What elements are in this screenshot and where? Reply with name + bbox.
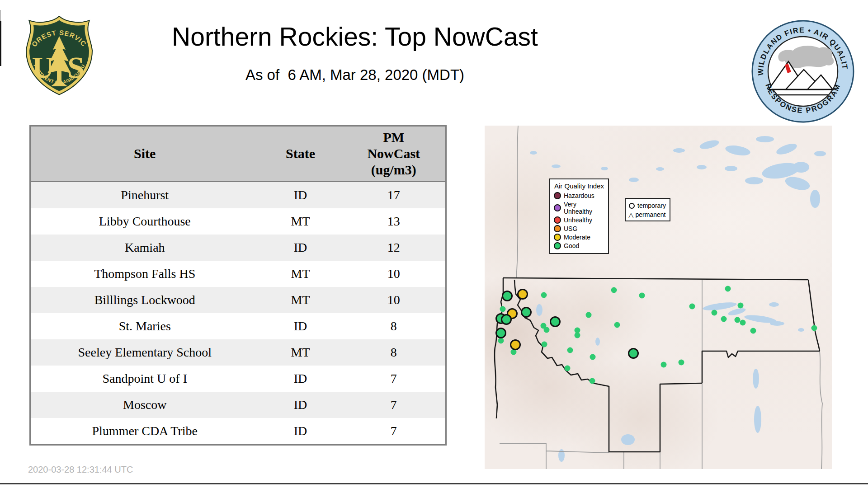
col-header-site: Site: [30, 126, 259, 182]
table-row: Libby CourthouseMT13: [30, 208, 446, 235]
cell-site: Libby Courthouse: [30, 208, 259, 235]
cell-site: Plummer CDA Tribe: [30, 418, 259, 445]
monitor-temporary: [689, 304, 695, 310]
monitor-permanent: [521, 307, 532, 318]
cell-value: 12: [342, 235, 446, 261]
table-row: Billlings LockwoodMT10: [30, 287, 446, 313]
aqi-color-swatch: [554, 216, 561, 224]
wfaqrp-logo: WILDLAND FIRE • AIR QUALITY RESPONSE PRO…: [750, 19, 855, 124]
table-row: Seeley Elementary SchoolMT8: [30, 339, 446, 366]
page-subtitle: As of 6 AM, Mar 28, 2020 (MDT): [72, 66, 637, 84]
aqi-color-swatch: [554, 234, 561, 241]
aqi-legend-item: Moderate: [554, 234, 606, 241]
aqi-legend-items: HazardousVery UnhealthyUnhealthyUSGModer…: [554, 192, 606, 249]
monitor-temporary: [590, 354, 596, 360]
monitor-temporary: [565, 366, 571, 371]
cell-state: MT: [259, 339, 342, 366]
monitor-temporary: [661, 362, 667, 368]
aqi-legend-item: Very Unhealthy: [554, 201, 606, 215]
permanent-label: permanent: [636, 211, 666, 218]
cell-value: 10: [342, 261, 446, 287]
cell-value: 7: [342, 418, 446, 445]
table-body: PinehurstID17Libby CourthouseMT13KamiahI…: [30, 182, 446, 445]
cell-value: 8: [342, 339, 446, 366]
map-monitors: [485, 126, 832, 469]
cell-value: 8: [342, 313, 446, 339]
cell-site: Moscow: [30, 392, 259, 418]
aqi-legend: Air Quality Index HazardousVery Unhealth…: [549, 178, 609, 254]
cell-site: Pinehurst: [30, 182, 259, 209]
table-row: KamiahID12: [30, 235, 446, 261]
aqi-legend-label: Hazardous: [564, 192, 594, 199]
monitor-temporary: [679, 360, 684, 366]
cell-state: ID: [259, 182, 342, 209]
temporary-label: temporary: [637, 202, 666, 209]
page-title: Northern Rockies: Top NowCast: [72, 23, 637, 51]
monitor-permanent: [550, 316, 561, 327]
monitor-temporary: [498, 338, 504, 344]
cell-state: MT: [259, 261, 342, 287]
monitor-temporary: [712, 310, 717, 316]
cell-site: St. Maries: [30, 313, 259, 339]
aqi-legend-label: Good: [564, 242, 579, 249]
cell-value: 10: [342, 287, 446, 313]
monitor-permanent: [501, 314, 512, 325]
monitor-permanent: [495, 328, 506, 338]
cell-state: MT: [259, 208, 342, 235]
marker-legend-permanent: △ permanent: [629, 210, 668, 219]
cell-value: 13: [342, 208, 446, 235]
monitor-temporary: [567, 347, 573, 353]
title-block: Northern Rockies: Top NowCast As of 6 AM…: [72, 23, 637, 84]
permanent-marker-icon: △: [628, 212, 634, 218]
table-row: Plummer CDA TribeID7: [30, 418, 446, 445]
monitor-temporary: [721, 316, 727, 322]
table-row: Sandpoint U of IID7: [30, 366, 446, 392]
monitor-temporary: [542, 342, 547, 347]
cell-site: Seeley Elementary School: [30, 339, 259, 366]
monitor-permanent: [628, 348, 639, 359]
aqi-map: Air Quality Index HazardousVery Unhealth…: [485, 126, 832, 469]
marker-legend: temporary △ permanent: [625, 198, 670, 221]
cell-state: ID: [259, 392, 342, 418]
monitor-temporary: [750, 328, 756, 334]
monitor-temporary: [639, 293, 645, 299]
monitor-temporary: [725, 286, 731, 292]
monitor-temporary: [544, 327, 550, 333]
monitor-temporary: [740, 320, 746, 326]
cell-site: Thompson Falls HS: [30, 261, 259, 287]
table-row: St. MariesID8: [30, 313, 446, 339]
aqi-legend-item: Unhealthy: [554, 216, 606, 224]
col-header-pm: PM NowCast (ug/m3): [342, 126, 446, 182]
monitor-permanent: [510, 339, 521, 350]
generation-timestamp: 2020-03-28 12:31:44 UTC: [28, 465, 133, 475]
report-page: FOREST SERVICE DEPARTMENT OF AGRICULTURE…: [0, 0, 868, 488]
cell-site: Billlings Lockwood: [30, 287, 259, 313]
monitor-permanent: [517, 289, 528, 300]
temporary-marker-icon: [629, 203, 635, 209]
cell-state: MT: [259, 287, 342, 313]
table-row: Thompson Falls HSMT10: [30, 261, 446, 287]
aqi-color-swatch: [554, 225, 561, 232]
monitor-temporary: [738, 303, 744, 309]
cell-state: ID: [259, 418, 342, 445]
monitor-temporary: [614, 322, 620, 328]
monitor-temporary: [541, 292, 547, 298]
monitor-temporary: [586, 312, 592, 318]
aqi-color-swatch: [554, 242, 561, 249]
monitor-temporary: [611, 287, 617, 293]
monitor-temporary: [575, 333, 580, 338]
monitor-temporary: [811, 325, 817, 331]
aqi-legend-label: Moderate: [564, 234, 590, 241]
cell-state: ID: [259, 313, 342, 339]
aqi-legend-title: Air Quality Index: [552, 182, 606, 190]
cell-value: 17: [342, 182, 446, 209]
monitor-permanent: [502, 291, 513, 301]
table-row: PinehurstID17: [30, 182, 446, 209]
bottom-divider: [0, 483, 868, 484]
monitor-temporary: [590, 378, 595, 384]
aqi-legend-item: USG: [554, 225, 606, 232]
aqi-legend-item: Good: [554, 242, 606, 249]
screen-edge-artifact: [0, 21, 1, 66]
cell-site: Kamiah: [30, 235, 259, 261]
col-header-state: State: [259, 126, 342, 182]
